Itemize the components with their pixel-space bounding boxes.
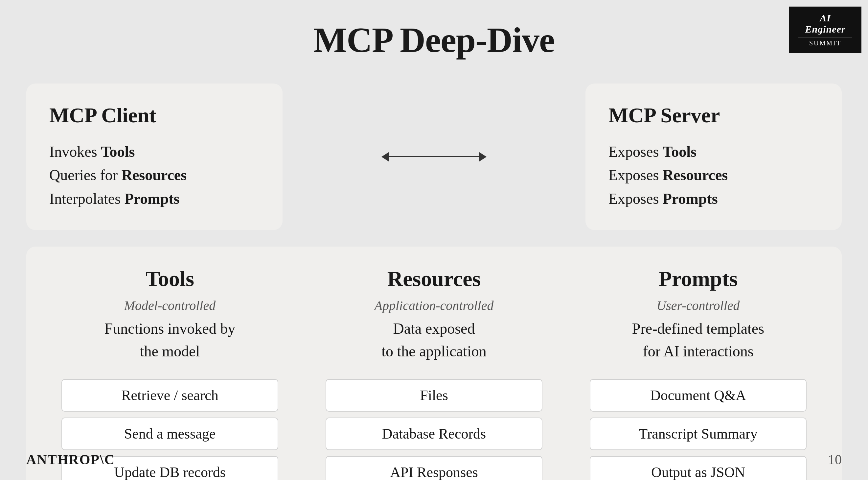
mcp-client-card: MCP Client Invokes Tools Queries for Res… xyxy=(26,84,283,230)
bidirectional-arrow xyxy=(283,152,585,161)
resources-column: Resources Application-controlled Data ex… xyxy=(307,266,561,480)
prompts-title: Prompts xyxy=(659,266,738,291)
bottom-section: Tools Model-controlled Functions invoked… xyxy=(26,247,842,480)
resources-tag-list: Files Database Records API Responses xyxy=(313,379,555,480)
prompts-description: Pre-defined templatesfor AI interactions xyxy=(632,317,764,363)
slide: AI Engineer SUMMIT MCP Deep-Dive MCP Cli… xyxy=(0,0,868,480)
top-section: MCP Client Invokes Tools Queries for Res… xyxy=(26,84,842,230)
prompts-tag-list: Document Q&A Transcript Summary Output a… xyxy=(578,379,819,480)
tools-subtitle: Model-controlled xyxy=(124,298,216,313)
client-card-title: MCP Client xyxy=(49,103,259,127)
resources-description: Data exposedto the application xyxy=(381,317,486,363)
page-title: MCP Deep-Dive xyxy=(313,20,555,60)
tools-tag-retrieve: Retrieve / search xyxy=(61,379,279,412)
page-number: 10 xyxy=(828,452,842,468)
tools-tag-message: Send a message xyxy=(61,418,279,450)
client-item-prompts: Interpolates Prompts xyxy=(49,187,259,210)
arrow-line xyxy=(389,156,479,157)
prompts-tag-docqa: Document Q&A xyxy=(590,379,807,412)
server-item-resources: Exposes Resources xyxy=(609,163,819,187)
client-item-resources: Queries for Resources xyxy=(49,163,259,187)
server-card-title: MCP Server xyxy=(609,103,819,127)
badge-title: AI Engineer xyxy=(798,12,852,35)
server-item-tools: Exposes Tools xyxy=(609,140,819,163)
tools-title: Tools xyxy=(146,266,194,291)
logo-text: ANTHROP\C xyxy=(26,452,115,467)
tools-column: Tools Model-controlled Functions invoked… xyxy=(43,266,297,480)
logo: ANTHROP\C xyxy=(26,452,115,468)
server-item-prompts: Exposes Prompts xyxy=(609,187,819,210)
resources-title: Resources xyxy=(388,266,481,291)
arrow-container xyxy=(381,152,487,161)
prompts-column: Prompts User-controlled Pre-defined temp… xyxy=(571,266,825,480)
client-item-tools: Invokes Tools xyxy=(49,140,259,163)
resources-tag-api: API Responses xyxy=(326,456,543,480)
prompts-tag-json: Output as JSON xyxy=(590,456,807,480)
badge-subtitle: SUMMIT xyxy=(798,39,852,47)
mcp-server-card: MCP Server Exposes Tools Exposes Resourc… xyxy=(585,84,842,230)
resources-tag-files: Files xyxy=(326,379,543,412)
prompts-tag-transcript: Transcript Summary xyxy=(590,418,807,450)
prompts-subtitle: User-controlled xyxy=(656,298,740,313)
tools-description: Functions invoked bythe model xyxy=(104,317,236,363)
resources-tag-db: Database Records xyxy=(326,418,543,450)
arrow-left-icon xyxy=(381,152,389,161)
arrow-right-icon xyxy=(479,152,487,161)
ai-engineer-badge: AI Engineer SUMMIT xyxy=(789,7,861,53)
resources-subtitle: Application-controlled xyxy=(375,298,494,313)
